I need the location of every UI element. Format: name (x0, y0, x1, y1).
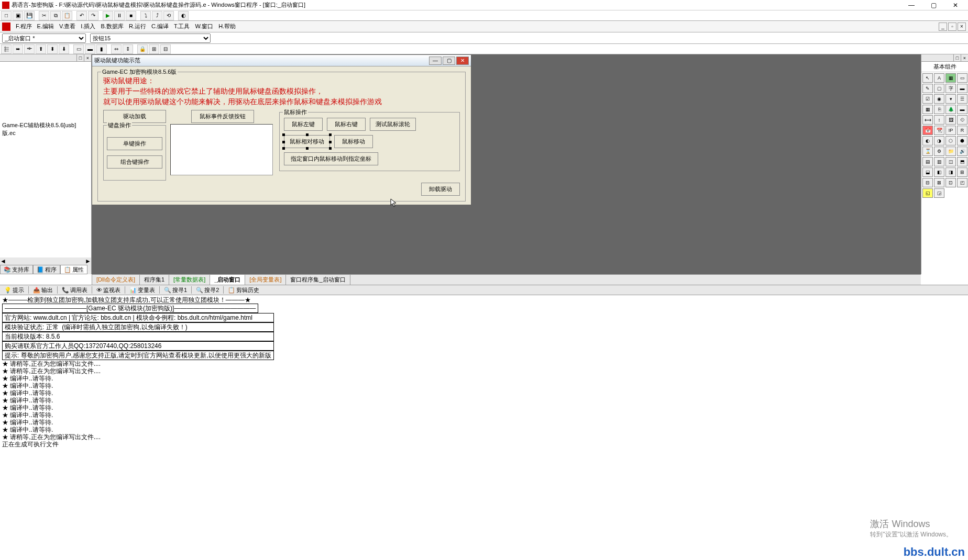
tool-text-icon[interactable]: 字 (945, 84, 956, 93)
menu-compile[interactable]: C.编译 (151, 23, 169, 30)
tab-watch[interactable]: 👁监视表 (94, 286, 123, 294)
tab-window-progset[interactable]: 窗口程序集_启动窗口 (285, 274, 350, 285)
tool-ip-icon[interactable]: IP (945, 126, 956, 135)
size-width-icon[interactable]: ▬ (85, 44, 95, 54)
tool-l-icon[interactable]: ⬒ (957, 157, 967, 166)
tool-c-icon[interactable]: ⬡ (945, 136, 956, 145)
tool-check-icon[interactable]: ☑ (922, 94, 933, 104)
align-top-icon[interactable]: ⬆ (36, 44, 46, 54)
tool-button-icon[interactable]: ▬ (957, 84, 967, 93)
tool-frame-icon[interactable]: ▢ (934, 84, 944, 93)
tool-combo-icon[interactable]: ▾ (945, 94, 956, 104)
step2-icon[interactable]: ⤴ (152, 11, 162, 20)
close-button[interactable]: ✕ (945, 1, 966, 9)
mdi-close-icon[interactable]: × (958, 23, 966, 31)
lock-icon[interactable]: 🔒 (137, 44, 148, 54)
tab-dll-def[interactable]: [Dll命令定义表] (92, 274, 140, 285)
tool-image2-icon[interactable]: 🖼 (945, 115, 956, 125)
paste-icon[interactable]: 📋 (62, 11, 72, 20)
step-icon[interactable]: ⤵ (140, 11, 151, 20)
tool-scroll-icon[interactable]: ↕ (934, 115, 944, 125)
tool-picture-icon[interactable]: ▦ (945, 73, 956, 83)
tool-q-icon[interactable]: ⊟ (922, 178, 933, 187)
menu-view[interactable]: V.查看 (59, 23, 75, 30)
btn-mouse-right[interactable]: 鼠标右键 (327, 118, 366, 131)
tool-radio-icon[interactable]: ◉ (934, 94, 944, 104)
grid-icon[interactable]: ⊞ (149, 44, 159, 54)
redo-icon[interactable]: ↷ (88, 11, 98, 20)
space-h-icon[interactable]: ⇔ (111, 44, 122, 54)
tab-vartable[interactable]: 📊变量表 (127, 286, 157, 294)
btn-mouse-wheel[interactable]: 测试鼠标滚轮 (370, 118, 416, 131)
design-close-icon[interactable]: ✕ (456, 57, 469, 65)
size-height-icon[interactable]: ▮ (96, 44, 107, 54)
tool-cal-icon[interactable]: 📅 (922, 126, 933, 135)
tool-h-icon[interactable]: 🔊 (957, 147, 967, 156)
btn-mouse-left[interactable]: 鼠标左键 (284, 118, 323, 131)
tool-r-icon[interactable]: ⊠ (934, 178, 944, 187)
tool-shape-icon[interactable]: ▭ (957, 73, 967, 83)
selected-control[interactable]: 鼠标相对移动 (284, 135, 330, 148)
tool-rich-icon[interactable]: R (957, 126, 967, 135)
tool-t-icon[interactable]: ◰ (957, 178, 967, 187)
btn-mouse-move-window[interactable]: 指定窗口内鼠标移动到指定坐标 (284, 152, 378, 165)
tab-cliphist[interactable]: 📋剪辑历史 (226, 286, 261, 294)
tool-p-icon[interactable]: ⊞ (957, 167, 967, 177)
stop-icon[interactable]: ■ (126, 11, 136, 20)
control-selector[interactable]: 按钮15 (90, 33, 211, 43)
btn-unload-driver[interactable]: 卸载驱动 (421, 183, 460, 196)
menu-program[interactable]: F.程序 (16, 23, 32, 30)
save-icon[interactable]: 💾 (24, 11, 35, 20)
menu-database[interactable]: B.数据库 (101, 23, 123, 30)
menu-tools[interactable]: T.工具 (174, 23, 190, 30)
tool-label-icon[interactable]: A (934, 73, 944, 83)
cut-icon[interactable]: ✂ (39, 11, 49, 20)
tool-o-icon[interactable]: ◨ (945, 167, 956, 177)
align-left-icon[interactable]: ⬱ (1, 44, 12, 54)
tab-const-table[interactable]: [常量数据表] (169, 274, 210, 285)
tool-timer-icon[interactable]: ⏲ (957, 115, 967, 125)
minimize-button[interactable]: — (901, 1, 922, 9)
tab-properties[interactable]: 📋属性 (60, 265, 87, 274)
tool-u-icon[interactable]: ◱ (922, 188, 933, 198)
tool-list-icon[interactable]: ☰ (957, 94, 967, 104)
tab-output[interactable]: 📤输出 (31, 286, 55, 294)
tool-s-icon[interactable]: ⊡ (945, 178, 956, 187)
feedback-textbox[interactable] (170, 124, 273, 175)
tab-global-vars[interactable]: [全局变量表] (245, 274, 286, 285)
tool-tab-icon[interactable]: ⎘ (934, 105, 944, 114)
tool-m-icon[interactable]: ⬓ (922, 167, 933, 177)
size-same-icon[interactable]: ▭ (73, 44, 84, 54)
grid2-icon[interactable]: ⊟ (160, 44, 171, 54)
btn-mouse-relative[interactable]: 鼠标相对移动 (284, 135, 330, 148)
tool-pointer-icon[interactable]: ↖ (922, 73, 933, 83)
align-right-icon[interactable]: ⬲ (24, 44, 35, 54)
tool-d-icon[interactable]: ⬢ (957, 136, 967, 145)
module-list-item[interactable]: Game-EC辅助模块8.5.6[usb]版.ec (2, 121, 89, 137)
tool-edit-icon[interactable]: ✎ (922, 84, 933, 93)
mdi-restore-icon[interactable]: ▫ (948, 23, 956, 31)
new-icon[interactable]: □ (1, 11, 12, 20)
align-center-icon[interactable]: ⬌ (13, 44, 23, 54)
palette-pin-icon[interactable]: □ (953, 54, 961, 62)
tool-k-icon[interactable]: ◫ (945, 157, 956, 166)
step3-icon[interactable]: ⟲ (163, 11, 174, 20)
tool-tree-icon[interactable]: 🌲 (945, 105, 956, 114)
tool-g-icon[interactable]: 📁 (945, 147, 956, 156)
menu-window[interactable]: W.窗口 (195, 23, 213, 30)
align-bottom-icon[interactable]: ⬇ (59, 44, 69, 54)
tab-start-window[interactable]: _启动窗口 (210, 274, 245, 285)
tool-j-icon[interactable]: ▥ (934, 157, 944, 166)
tab-hint[interactable]: 💡提示 (2, 286, 26, 294)
palette-close-icon[interactable]: × (961, 54, 968, 62)
design-min-icon[interactable]: — (429, 57, 442, 65)
open-icon[interactable]: ▣ (13, 11, 23, 20)
pause-icon[interactable]: ⏸ (114, 11, 125, 20)
tab-search2[interactable]: 🔍搜寻2 (194, 286, 221, 294)
tool-date-icon[interactable]: 📆 (934, 126, 944, 135)
tab-search1[interactable]: 🔍搜寻1 (162, 286, 189, 294)
space-v-icon[interactable]: ⇕ (123, 44, 133, 54)
menu-run[interactable]: R.运行 (129, 23, 146, 30)
tool-progress-icon[interactable]: ▬ (957, 105, 967, 114)
menu-insert[interactable]: I.插入 (81, 23, 95, 30)
